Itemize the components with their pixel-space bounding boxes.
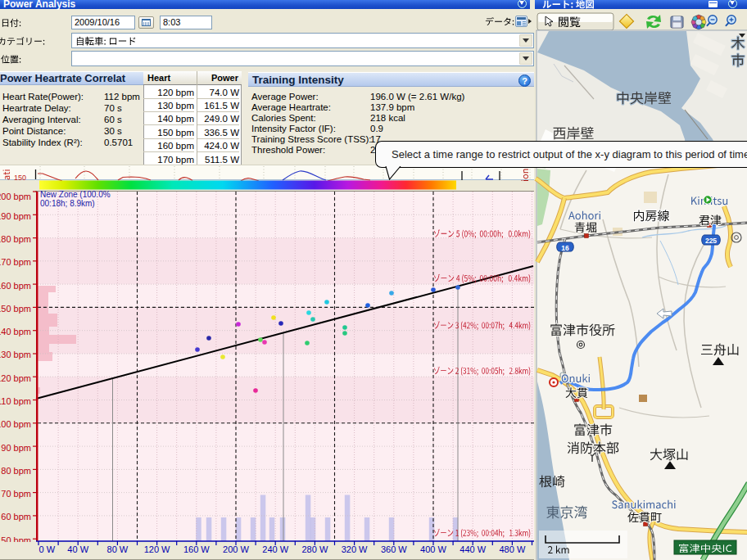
svg-text:100 bpm: 100 bpm — [0, 419, 31, 429]
svg-text:80 bpm: 80 bpm — [1, 466, 31, 476]
svg-text:160 bpm: 160 bpm — [0, 281, 31, 291]
svg-text:0 W: 0 W — [39, 544, 56, 554]
svg-text:150: 150 — [14, 174, 26, 182]
svg-text:200 W: 200 W — [223, 544, 249, 554]
svg-text:150 bpm: 150 bpm — [0, 304, 31, 314]
svg-text:New Zone (100.0%: New Zone (100.0% — [40, 190, 111, 199]
svg-text:225: 225 — [705, 237, 717, 245]
svg-text:70 bpm: 70 bpm — [1, 489, 31, 499]
svg-text:40 W: 40 W — [67, 544, 88, 554]
svg-text:120 bpm: 120 bpm — [0, 373, 31, 383]
svg-text:00:18h; 8.9km): 00:18h; 8.9km) — [40, 199, 95, 208]
svg-text:160 W: 160 W — [183, 544, 210, 554]
svg-text:130 bpm: 130 bpm — [0, 350, 31, 359]
svg-text:240 W: 240 W — [262, 544, 288, 554]
svg-text:120 W: 120 W — [144, 544, 170, 554]
svg-text:400 W: 400 W — [420, 544, 446, 554]
svg-text:280 W: 280 W — [302, 544, 328, 554]
svg-text:480 W: 480 W — [500, 544, 526, 554]
svg-text:60 bpm: 60 bpm — [1, 512, 31, 522]
svg-text:200 bpm: 200 bpm — [0, 192, 31, 201]
svg-text:80 W: 80 W — [107, 544, 129, 554]
svg-text:360 W: 360 W — [381, 544, 407, 554]
svg-text:90 bpm: 90 bpm — [1, 443, 31, 453]
svg-text:180 bpm: 180 bpm — [0, 234, 31, 244]
svg-text:320 W: 320 W — [342, 544, 368, 554]
svg-text:140 bpm: 140 bpm — [0, 327, 31, 336]
svg-text:110 bpm: 110 bpm — [0, 396, 31, 406]
svg-text:170 bpm: 170 bpm — [0, 257, 31, 267]
svg-text:190 bpm: 190 bpm — [0, 211, 31, 221]
svg-text:16: 16 — [561, 244, 569, 252]
svg-text:440 W: 440 W — [460, 544, 486, 554]
